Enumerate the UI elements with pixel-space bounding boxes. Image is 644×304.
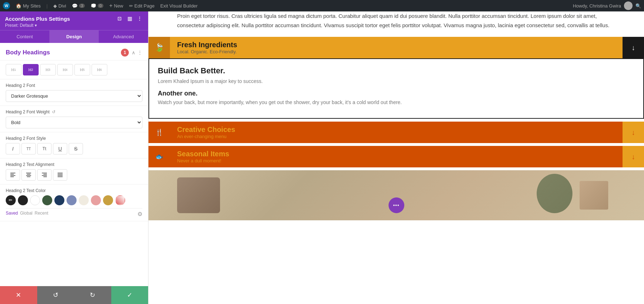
accordion-item-1: 🍃 Fresh Ingredients Local. Organic. Eco-… xyxy=(148,37,644,119)
align-left-button[interactable] xyxy=(6,169,20,181)
color-swatch-darkgreen[interactable] xyxy=(42,195,52,205)
panel-header: Accordions Plus Settings ⊡ ▥ ⋮ Preset: D… xyxy=(0,11,148,30)
wp-logo[interactable]: W xyxy=(3,2,10,9)
accordion-header-1[interactable]: 🍃 Fresh Ingredients Local. Organic. Eco-… xyxy=(148,37,644,58)
tab-advanced[interactable]: Advanced xyxy=(99,30,148,43)
color-swatch-white[interactable] xyxy=(30,195,40,205)
more-icon[interactable]: ⋮ xyxy=(136,15,143,22)
svg-rect-14 xyxy=(58,175,63,176)
search-icon[interactable]: 🔍 xyxy=(635,3,641,9)
color-swatch-medblue[interactable] xyxy=(67,195,77,205)
panel-title-text: Accordions Plus Settings xyxy=(5,16,70,22)
accordion-content-1: Build Back Better. Lorem Khaled Ipsum is… xyxy=(148,58,644,119)
accordion-title-box-3: Seasonal Items Never a dull moment! xyxy=(170,150,623,163)
accordion-content-text2-1: Watch your back, but more importantly, w… xyxy=(158,99,635,105)
columns-icon[interactable]: ▥ xyxy=(126,15,133,22)
save-button[interactable]: ✓ xyxy=(111,286,148,304)
new-menu[interactable]: + New xyxy=(109,3,123,9)
undo-button[interactable]: ↺ xyxy=(37,286,74,304)
bubble-icon: 💭 xyxy=(91,3,96,9)
color-settings-icon[interactable]: ⚙ xyxy=(137,211,142,217)
accordion-subtitle-3: Never a dull moment! xyxy=(177,158,615,163)
color-swatch-gradient[interactable] xyxy=(115,195,125,205)
align-justify-button[interactable] xyxy=(53,169,67,181)
heading-tab-h4[interactable]: H4 xyxy=(57,64,73,75)
align-right-button[interactable] xyxy=(37,169,52,181)
screenshot-icon[interactable]: ⊡ xyxy=(116,15,123,22)
accordion-item-2: 🍴 Creative Choices An ever-changing menu… xyxy=(148,122,644,143)
cancel-button[interactable]: ✕ xyxy=(0,286,37,304)
accordion-title-3: Seasonal Items xyxy=(177,150,615,158)
heading-tab-h3[interactable]: H3 xyxy=(40,64,56,75)
reset-weight-icon[interactable]: ↺ xyxy=(52,109,55,114)
collapse-icon[interactable]: ∧ xyxy=(132,50,135,55)
exit-builder-button[interactable]: Exit Visual Builder xyxy=(160,3,198,9)
section-badge: 1 xyxy=(121,49,129,57)
heading-tab-h6[interactable]: H6 xyxy=(92,64,107,75)
redo-icon: ↻ xyxy=(90,291,95,299)
smallcaps-button[interactable]: TT xyxy=(21,143,36,155)
color-swatch-gold[interactable] xyxy=(103,195,113,205)
save-icon: ✓ xyxy=(127,291,132,299)
accordion-subtitle-1: Local. Organic. Eco-Friendly. xyxy=(177,49,615,54)
heading-alignment-label: Heading 2 Text Alignment xyxy=(6,162,142,167)
my-sites-link[interactable]: 🏠 My Sites xyxy=(16,3,41,9)
svg-rect-1 xyxy=(10,174,14,175)
svg-rect-0 xyxy=(10,173,15,173)
plus-icon: + xyxy=(109,3,112,9)
tab-design[interactable]: Design xyxy=(49,30,99,43)
bubble-link[interactable]: 💭 0 xyxy=(91,3,103,9)
svg-rect-15 xyxy=(58,176,63,177)
heading-tab-h1[interactable]: H1 xyxy=(6,64,21,75)
color-swatch-offwhite[interactable] xyxy=(79,195,89,205)
recent-tab[interactable]: Recent xyxy=(35,211,48,217)
align-center-button[interactable] xyxy=(21,169,36,181)
panel-body: Body Headings 1 ∧ ⋮ H1 H2 H3 H4 H5 H6 He… xyxy=(0,43,148,286)
color-swatch-pink[interactable] xyxy=(91,195,101,205)
right-content: Proin eget tortor risus. Cras ultricies … xyxy=(148,11,644,304)
color-swatch-black[interactable] xyxy=(18,195,28,205)
tab-content[interactable]: Content xyxy=(0,30,49,43)
svg-rect-11 xyxy=(43,176,47,177)
heading-tab-h2[interactable]: H2 xyxy=(23,64,39,75)
heading-tab-h5[interactable]: H5 xyxy=(74,64,90,75)
preset-label[interactable]: Preset: Default ▾ xyxy=(5,23,143,28)
action-bar: ✕ ↺ ↻ ✓ xyxy=(0,286,148,304)
wordpress-icon: W xyxy=(3,2,10,9)
heading-weight-select[interactable]: Bold xyxy=(6,117,142,128)
heading-alignment-field: Heading 2 Text Alignment xyxy=(0,158,148,185)
accordion-title-box-2: Creative Choices An ever-changing menu xyxy=(170,126,623,139)
accordion-toggle-1[interactable]: ↓ xyxy=(623,37,644,58)
accordion-toggle-2[interactable]: ↓ xyxy=(623,122,644,143)
floating-menu-button[interactable]: ••• xyxy=(389,197,404,213)
svg-rect-6 xyxy=(26,175,31,176)
heading-font-select[interactable]: Darker Grotesque xyxy=(6,90,142,102)
strikethrough-button[interactable]: S xyxy=(69,143,83,155)
eyedropper-swatch[interactable] xyxy=(6,195,16,205)
heading-color-label: Heading 2 Text Color xyxy=(6,188,142,193)
accordion-title-box-1: Fresh Ingredients Local. Organic. Eco-Fr… xyxy=(170,41,623,54)
section-title: Body Headings xyxy=(6,49,118,56)
svg-rect-7 xyxy=(27,176,30,177)
italic-button[interactable]: I xyxy=(6,143,20,155)
comments-link[interactable]: 💬 3 xyxy=(72,3,85,9)
accordion-toggle-3[interactable]: ↓ xyxy=(623,146,644,167)
accordion-header-2[interactable]: 🍴 Creative Choices An ever-changing menu… xyxy=(148,122,644,143)
redo-button[interactable]: ↻ xyxy=(74,286,111,304)
color-swatch-darkblue[interactable] xyxy=(54,195,64,205)
accordion-icon-2: 🍴 xyxy=(148,122,170,143)
underline-button[interactable]: U xyxy=(53,143,67,155)
color-tabs: Saved Global Recent ⚙ xyxy=(6,208,142,217)
divi-link[interactable]: ◆ Divi xyxy=(53,3,66,9)
svg-rect-10 xyxy=(42,175,47,176)
titlecase-button[interactable]: Tt xyxy=(37,143,52,155)
section-menu-icon[interactable]: ⋮ xyxy=(137,50,142,55)
accordion-content-text-1: Lorem Khaled Ipsum is a major key to suc… xyxy=(158,78,635,84)
edit-page-link[interactable]: ✏ Edit Page xyxy=(129,3,155,9)
saved-tab[interactable]: Saved xyxy=(6,211,18,217)
house-icon: 🏠 xyxy=(16,3,21,9)
accordion-header-3[interactable]: 🐟 Seasonal Items Never a dull moment! ↓ xyxy=(148,146,644,167)
food-image-area: ••• xyxy=(148,170,644,220)
svg-rect-13 xyxy=(58,174,63,175)
global-tab[interactable]: Global xyxy=(20,211,33,217)
